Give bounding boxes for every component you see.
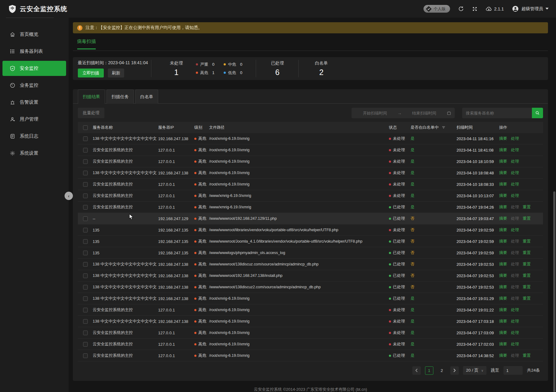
sidebar-collapse-button[interactable]: ‹ (65, 192, 73, 200)
handle-link[interactable]: 处理 (511, 193, 519, 198)
summary-link[interactable]: 摘要 (499, 193, 507, 198)
tab-virus-scan[interactable]: 病毒扫描 (77, 39, 96, 49)
sidebar-item-shield[interactable]: 安全监控 (2, 61, 66, 76)
row-checkbox[interactable] (83, 308, 88, 312)
next-page-button[interactable] (450, 366, 459, 375)
handle-link[interactable]: 处理 (511, 147, 519, 153)
row-checkbox[interactable] (83, 194, 88, 198)
table-row[interactable]: 云安全监控系统的主控127.0.0.1高危/root/xmrig-6.19.0/… (78, 304, 543, 316)
search-button[interactable] (532, 108, 543, 118)
table-row[interactable]: 135192.168.247.135高危/www/wwwroot/librari… (78, 224, 543, 236)
row-checkbox[interactable] (83, 148, 88, 152)
row-checkbox[interactable] (83, 262, 88, 267)
tab-results-2[interactable]: 白名单 (135, 90, 158, 104)
table-row[interactable]: 138 中文中文中文中文中文中文中文192.168.247.138高危/www/… (78, 259, 543, 270)
table-row[interactable]: 138 中文中文中文中文中文中文中文192.168.247.138高危/www/… (78, 270, 543, 281)
user-menu[interactable]: 超级管理员 (512, 5, 549, 12)
sidebar-item-home[interactable]: 首页概览 (0, 26, 69, 43)
handle-link[interactable]: 处理 (511, 181, 519, 187)
summary-link[interactable]: 摘要 (499, 296, 507, 301)
page-size-select[interactable]: 20 / 页 ∨ (463, 366, 486, 375)
table-row[interactable]: 138 中文中文中文中文中文中文中文192.168.247.138高危/root… (78, 133, 543, 144)
sidebar-item-gauge[interactable]: 业务监控 (0, 77, 69, 94)
summary-link[interactable]: 摘要 (499, 147, 507, 153)
table-row[interactable]: 138 中文中文中文中文中文中文中文192.168.247.138高危/root… (78, 167, 543, 179)
table-row[interactable]: 云安全监控系统的主控127.0.0.1高危/root/xmrig-6.19.0/… (78, 327, 543, 339)
summary-link[interactable]: 摘要 (499, 159, 507, 164)
tab-results-0[interactable]: 扫描结果 (78, 90, 105, 104)
reset-link[interactable]: 重置 (523, 250, 531, 256)
reset-link[interactable]: 重置 (523, 296, 531, 301)
row-checkbox[interactable] (83, 251, 88, 255)
summary-link[interactable]: 摘要 (499, 273, 507, 278)
reset-link[interactable]: 重置 (523, 204, 531, 210)
summary-link[interactable]: 摘要 (499, 353, 507, 358)
sidebar-item-list[interactable]: 服务器列表 (0, 43, 69, 60)
select-all-checkbox[interactable] (83, 125, 88, 130)
row-checkbox[interactable] (83, 319, 88, 324)
handle-link[interactable]: 处理 (511, 170, 519, 176)
summary-link[interactable]: 摘要 (499, 181, 507, 187)
edition-badge[interactable]: 个人版 (423, 5, 450, 13)
summary-link[interactable]: 摘要 (499, 284, 507, 290)
summary-link[interactable]: 摘要 (499, 307, 507, 313)
refresh-icon[interactable] (458, 6, 464, 12)
summary-link[interactable]: 摘要 (499, 170, 507, 176)
reset-link[interactable]: 重置 (523, 284, 531, 290)
jump-page-input[interactable] (503, 366, 523, 375)
end-time-input[interactable] (404, 111, 444, 115)
scan-now-button[interactable]: 立即扫描 (78, 69, 104, 77)
handle-link[interactable]: 处理 (511, 319, 519, 324)
row-checkbox[interactable] (83, 159, 88, 164)
summary-link[interactable]: 摘要 (499, 204, 507, 210)
batch-handle-button[interactable]: 批量处理 (78, 108, 104, 118)
page-number-2[interactable]: 2 (438, 366, 446, 375)
prev-page-button[interactable] (412, 366, 421, 375)
row-checkbox[interactable] (83, 228, 88, 232)
handle-link[interactable]: 处理 (511, 159, 519, 164)
table-row[interactable]: 云安全监控系统的主控127.0.0.1高危/root/xmrig-6.19.0/… (78, 179, 543, 190)
row-checkbox[interactable] (83, 296, 88, 301)
handle-link[interactable]: 处理 (511, 330, 519, 336)
row-checkbox[interactable] (83, 171, 88, 175)
table-row[interactable]: 138 中文中文中文中文中文中文中文192.168.247.138高危/root… (78, 293, 543, 304)
row-checkbox[interactable] (83, 331, 88, 335)
table-row[interactable]: 云安全监控系统的主控127.0.0.1高危/root/xmrig-6.19.0/… (78, 339, 543, 350)
sidebar-item-log[interactable]: 系统日志 (0, 128, 69, 145)
start-time-input[interactable] (355, 111, 395, 115)
row-checkbox[interactable] (83, 136, 88, 141)
summary-link[interactable]: 摘要 (499, 136, 507, 141)
tab-results-1[interactable]: 扫描任务 (107, 90, 134, 104)
version-group[interactable]: 2.1.1 (486, 6, 504, 12)
summary-link[interactable]: 摘要 (499, 319, 507, 324)
sidebar-item-alarm[interactable]: 告警设置 (0, 94, 69, 111)
fullscreen-icon[interactable] (472, 6, 478, 12)
summary-link[interactable]: 摘要 (499, 227, 507, 233)
table-row[interactable]: 云安全监控系统的主控127.0.0.1高危/www/xmrig-6.19.0/x… (78, 202, 543, 213)
row-checkbox[interactable] (83, 273, 88, 278)
table-row[interactable]: 135192.168.247.135高危/www/wwwlogs/phpmyad… (78, 247, 543, 259)
summary-link[interactable]: 摘要 (499, 216, 507, 221)
refresh-button[interactable]: 刷新 (108, 69, 124, 77)
row-checkbox[interactable] (83, 239, 88, 244)
reset-link[interactable]: 重置 (523, 261, 531, 267)
handle-link[interactable]: 处理 (511, 341, 519, 347)
search-input[interactable] (462, 108, 532, 118)
table-row[interactable]: 云安全监控系统的主控127.0.0.1高危/root/xmrig-6.19.0/… (78, 350, 543, 361)
row-checkbox[interactable] (83, 285, 88, 290)
row-checkbox[interactable] (83, 353, 88, 358)
table-row[interactable]: 138 中文中文中文中文中文中文中文192.168.247.138高危/root… (78, 316, 543, 327)
handle-link[interactable]: 处理 (511, 227, 519, 233)
reset-link[interactable]: 重置 (523, 239, 531, 244)
table-row[interactable]: 云安全监控系统的主控127.0.0.1高危/root/xmrig-6.19.0/… (78, 156, 543, 167)
sidebar-item-user[interactable]: 用户管理 (0, 111, 69, 128)
table-row[interactable]: 云安全监控系统的主控127.0.0.1高危/root/xmrig-6.19.0/… (78, 144, 543, 156)
filter-icon[interactable] (442, 126, 445, 129)
reset-link[interactable]: 重置 (523, 353, 531, 358)
row-checkbox[interactable] (83, 205, 88, 210)
scrollbar[interactable] (553, 191, 555, 392)
table-row[interactable]: --192.168.247.129高危/www/wwwroot/192.168.… (78, 213, 543, 224)
row-checkbox[interactable] (83, 216, 88, 221)
row-checkbox[interactable] (83, 342, 88, 347)
reset-link[interactable]: 重置 (523, 216, 531, 221)
